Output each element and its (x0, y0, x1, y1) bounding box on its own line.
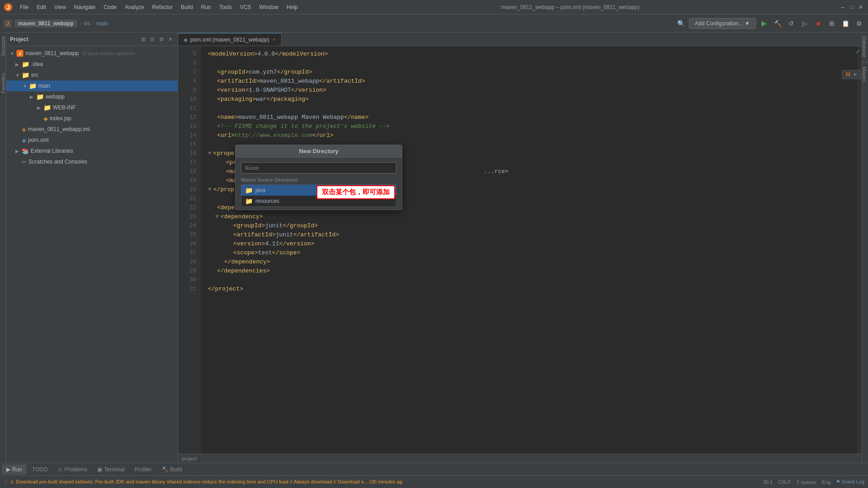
menu-tools[interactable]: Tools (216, 2, 236, 12)
tab-build[interactable]: 🔨 Build (157, 465, 187, 474)
tree-label-scratches: Scratches and Consoles (28, 159, 87, 165)
maximize-button[interactable]: □ (848, 4, 855, 11)
tree-item-webinf[interactable]: ▶ 📁 WEB-INF (6, 102, 178, 113)
menu-view[interactable]: View (51, 2, 70, 12)
menu-refactor[interactable]: Refactor (149, 2, 176, 12)
tree-item-root[interactable]: ▼ J maven_0811_webapp D:\java-maven-spac… (6, 48, 178, 59)
folder-icon-webapp: 📁 (36, 93, 44, 100)
iml-file-icon: ◈ (22, 126, 26, 133)
tab-run[interactable]: ▶ Run (2, 465, 27, 474)
menu-vcs[interactable]: VCS (236, 2, 255, 12)
code-line-8: <artifactId>maven_0811_webapp</artifactI… (208, 77, 850, 86)
more-actions-button[interactable]: ▷ (799, 18, 810, 29)
folder-icon-idea: 📁 (22, 61, 29, 68)
window-title: maven_0811_webapp – pom.xml (maven_0811_… (501, 4, 639, 10)
tab-pom-xml[interactable]: ◈ pom.xml (maven_0811_webapp) ✕ (178, 33, 282, 46)
project-panel-header: Project ⊞ ⊟ ⚙ ✕ (6, 33, 178, 46)
tree-arrow-root: ▼ (10, 51, 14, 56)
menu-file[interactable]: File (16, 2, 32, 12)
annotation-box: 双击某个包，即可添加 (316, 185, 395, 199)
breadcrumb-src[interactable]: src (84, 20, 91, 27)
menu-analyze[interactable]: Analyze (121, 2, 148, 12)
code-line-7: <groupId>com.yzh7</groupId> (208, 68, 850, 77)
favorites-sidebar-label[interactable]: Favorites (0, 69, 7, 97)
tree-item-scratches[interactable]: ✏ Scratches and Consoles (6, 156, 178, 167)
panel-expand-all-icon[interactable]: ⊞ (140, 36, 147, 43)
maven-notify-close[interactable]: ✕ (853, 72, 857, 78)
tree-item-main[interactable]: ▼ 📁 main (6, 80, 178, 91)
right-sidebar: Database Maven (862, 33, 868, 463)
menu-help[interactable]: Help (283, 2, 302, 12)
code-line-12: <name>maven_0811_webapp Maven Webapp</na… (208, 113, 850, 122)
tree-item-src[interactable]: ▼ 📁 src (6, 70, 178, 80)
editor-scrollbar[interactable]: ✓ (857, 46, 862, 454)
tree-item-external-libs[interactable]: ▶ 📚 External Libraries (6, 145, 178, 156)
indent-setting[interactable]: 2 spaces (797, 479, 816, 485)
breadcrumb-main[interactable]: main (96, 20, 108, 27)
close-button[interactable]: ✕ (857, 4, 864, 11)
structure-sidebar-label[interactable]: Structure (0, 33, 7, 60)
tree-label-extlibs: External Libraries (31, 148, 73, 154)
project-panel-title: Project (10, 36, 28, 42)
tab-profiler[interactable]: Profiler (130, 465, 156, 474)
project-footer: project (178, 454, 862, 463)
code-line-9: <version>1.0-SNAPSHOT</version> (208, 86, 850, 95)
tab-problems[interactable]: ⚠ Problems (53, 465, 92, 474)
menu-build[interactable]: Build (177, 2, 197, 12)
tab-terminal[interactable]: ▣ Terminal (93, 465, 129, 474)
event-log-link[interactable]: ⚑ Event Log (836, 479, 864, 485)
tree-item-iml[interactable]: ◈ maven_0811_webapp.iml (6, 124, 178, 135)
tree-item-idea[interactable]: ▶ 📁 .idea (6, 59, 178, 70)
maven-sidebar-tab[interactable]: Maven (862, 63, 868, 85)
panel-collapse-icon[interactable]: ⊟ (149, 36, 156, 43)
menu-window[interactable]: Window (255, 2, 282, 12)
tree-label-iml: maven_0811_webapp.iml (28, 126, 90, 132)
code-editor[interactable]: <modelVersion>4.0.0</modelVersion> <grou… (201, 46, 857, 454)
search-everywhere-icon[interactable]: 🔍 (675, 18, 686, 29)
tab-close-button[interactable]: ✕ (272, 37, 276, 42)
intellij-icon: J (4, 19, 12, 28)
tree-item-indexjsp[interactable]: ◈ index.jsp (6, 113, 178, 124)
branch-indicator: Eng (822, 479, 831, 485)
panel-close-icon[interactable]: ✕ (167, 36, 174, 43)
project-window-button[interactable]: ⊞ (826, 18, 837, 29)
tree-arrow-extlibs: ▶ (15, 149, 20, 154)
new-directory-popup: New Directory Maven Source Directories 📁… (235, 145, 402, 210)
code-line-13: <!-- FIXME change it to the project's we… (208, 122, 850, 131)
vcs-button[interactable]: 📋 (840, 18, 851, 29)
resources-folder-icon: 📁 (245, 197, 253, 205)
stop-button[interactable]: ■ (813, 18, 824, 29)
refresh-button[interactable]: ↺ (786, 18, 797, 29)
tree-label-idea: .idea (31, 61, 43, 67)
menu-edit[interactable]: Edit (33, 2, 50, 12)
tab-bar: ◈ pom.xml (maven_0811_webapp) ✕ (178, 33, 862, 46)
todo-tab-label: TODO (32, 466, 47, 473)
tree-label-webapp: webapp (46, 94, 65, 100)
git-icon: ⚙ (4, 479, 8, 485)
add-configuration-button[interactable]: Add Configuration... ▼ (689, 18, 756, 29)
tab-todo[interactable]: TODO (28, 465, 52, 474)
line-endings[interactable]: CRLF (778, 479, 791, 485)
code-line-23: ▼<dependency> (208, 212, 850, 221)
app-logo-icon: J (4, 3, 13, 12)
minimize-button[interactable]: ─ (839, 4, 846, 11)
status-warning-text[interactable]: ⚠ Download pre-built shared indexes: Pre… (10, 479, 402, 485)
maven-notification[interactable]: M ✕ (842, 70, 861, 79)
database-sidebar-tab[interactable]: Database (862, 33, 868, 61)
terminal-tab-label: Terminal (104, 466, 124, 473)
window-controls: ─ □ ✕ (839, 4, 864, 11)
menu-code[interactable]: Code (100, 2, 120, 12)
tree-item-webapp[interactable]: ▶ 📁 webapp (6, 91, 178, 102)
menu-bar: File Edit View Navigate Code Analyze Ref… (16, 2, 302, 12)
project-footer-label: project (182, 456, 197, 461)
menu-run[interactable]: Run (198, 2, 215, 12)
settings-button[interactable]: ⚙ (854, 18, 864, 29)
tree-item-pom[interactable]: ◈ pom.xml (6, 135, 178, 145)
menu-navigate[interactable]: Navigate (71, 2, 99, 12)
new-directory-name-input[interactable] (241, 162, 396, 174)
cursor-position: 30:1 (763, 479, 773, 485)
run-button[interactable]: ▶ (759, 18, 769, 29)
folder-icon-webinf: 📁 (43, 104, 51, 111)
panel-gear-icon[interactable]: ⚙ (158, 36, 165, 43)
build-button[interactable]: 🔨 (772, 18, 783, 29)
